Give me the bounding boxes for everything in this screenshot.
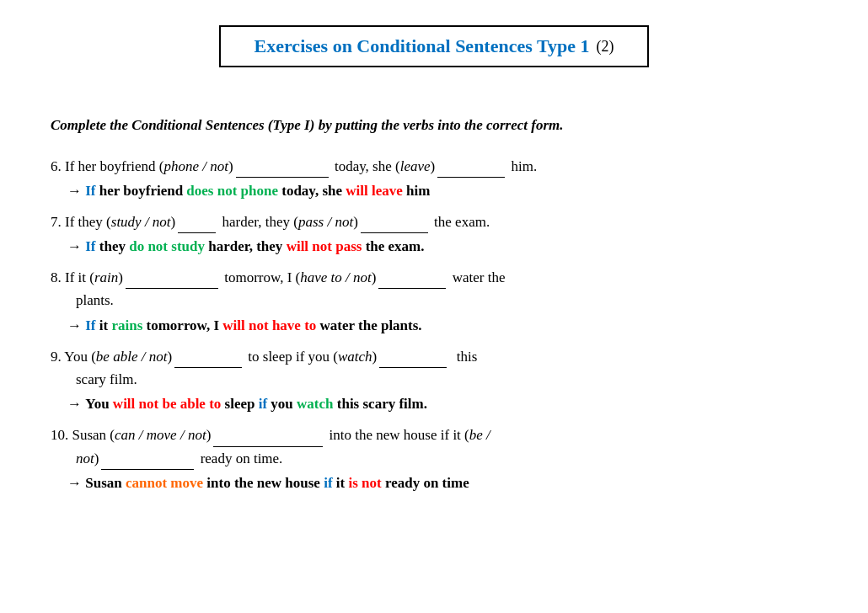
question-9: 9. You (be able / not) to sleep if you (… [51, 345, 817, 391]
title-box: Exercises on Conditional Sentences Type … [219, 25, 650, 67]
exercise-6: 6. If her boyfriend (phone / not) today,… [51, 155, 817, 202]
main-title: Exercises on Conditional Sentences Type … [255, 35, 590, 57]
exercise-9: 9. You (be able / not) to sleep if you (… [51, 345, 817, 416]
title-subtitle: (2) [596, 38, 613, 56]
question-7: 7. If they (study / not) harder, they (p… [51, 211, 817, 233]
answer-10: → Susan cannot move into the new house i… [67, 472, 817, 494]
exercise-7: 7. If they (study / not) harder, they (p… [51, 211, 817, 258]
question-10: 10. Susan (can / move / not) into the ne… [51, 424, 817, 469]
exercise-10: 10. Susan (can / move / not) into the ne… [51, 424, 817, 494]
answer-9: → You will not be able to sleep if you w… [67, 392, 817, 415]
answer-6: → If her boyfriend does not phone today,… [67, 179, 817, 202]
instructions: Complete the Conditional Sentences (Type… [51, 115, 817, 136]
exercise-8: 8. If it (rain) tomorrow, I (have to / n… [51, 266, 817, 337]
answer-8: → If it rains tomorrow, I will not have … [67, 314, 817, 337]
answer-7: → If they do not study harder, they will… [67, 235, 817, 258]
question-8: 8. If it (rain) tomorrow, I (have to / n… [51, 266, 817, 312]
question-6: 6. If her boyfriend (phone / not) today,… [51, 155, 817, 178]
